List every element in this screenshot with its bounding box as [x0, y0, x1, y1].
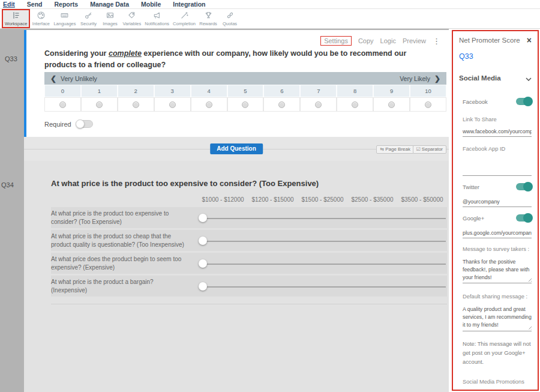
menu-integration[interactable]: Integration	[173, 1, 205, 8]
nps-number: 9	[373, 85, 410, 97]
toolbar-rewards[interactable]: Rewards	[197, 9, 219, 28]
menu-send[interactable]: Send	[27, 1, 43, 8]
toolbar-images[interactable]: Images	[100, 9, 121, 28]
toolbar-languages[interactable]: Languages	[52, 9, 77, 28]
nps-radio-cell	[81, 97, 118, 112]
chevron-left-icon[interactable]: ❮	[50, 74, 56, 83]
preview-button[interactable]: Preview	[403, 37, 426, 44]
price-slider[interactable]	[198, 209, 447, 227]
resize-grip-icon[interactable]	[527, 325, 532, 330]
question-divider-zone: Add Question ⇆Page Break ☑Separator	[24, 137, 449, 161]
toolbar-variables[interactable]: Variables	[121, 9, 143, 28]
toolbar-label: Workspace	[5, 21, 27, 26]
settings-button[interactable]: Settings	[320, 36, 352, 46]
toolbar-notifications[interactable]: Notifications	[143, 9, 171, 28]
twitter-label: Twitter	[463, 184, 479, 190]
price-slider[interactable]	[198, 255, 447, 273]
menu-mobile[interactable]: Mobile	[141, 1, 161, 8]
toolbar-quotas[interactable]: Quotas	[219, 9, 241, 28]
nps-number: 6	[263, 85, 300, 97]
toolbar-workspace[interactable]: Workspace	[2, 9, 30, 28]
question-card-q34: At what price is the product too expensi…	[24, 161, 449, 392]
radio-button[interactable]	[169, 101, 176, 108]
variables-icon	[127, 10, 137, 20]
security-icon	[83, 10, 94, 20]
radio-button[interactable]	[278, 101, 285, 108]
add-question-button[interactable]: Add Question	[210, 143, 263, 154]
separator-icon: ☑	[416, 146, 421, 152]
radio-button[interactable]	[425, 101, 431, 108]
workspace-icon	[11, 10, 21, 20]
slider-handle[interactable]	[199, 259, 207, 268]
radio-button[interactable]	[352, 101, 358, 108]
toolbar-label: Images	[103, 21, 118, 26]
radio-button[interactable]	[315, 101, 322, 108]
menu-edit[interactable]: Edit	[3, 1, 15, 8]
nps-left-label: Very Unlikely	[61, 75, 97, 82]
googleplus-note: Note: This message will not get post on …	[463, 340, 532, 367]
price-slider[interactable]	[198, 277, 447, 295]
googleplus-toggle[interactable]	[516, 214, 532, 222]
slider-row-label: At what price is the product so cheap th…	[51, 230, 198, 251]
question-text-part: Considering your	[44, 49, 109, 58]
toolbar-completion[interactable]: Completion	[171, 9, 197, 28]
nps-radio-row	[44, 97, 446, 112]
nps-radio-cell	[154, 97, 191, 112]
card-bottom-divider	[51, 304, 447, 304]
logic-button[interactable]: Logic	[380, 37, 396, 44]
nps-scale: ❮Very Unlikely Very Likely❯ 0 1 2 3 4 5 …	[44, 72, 446, 112]
googleplus-url-input[interactable]	[463, 230, 532, 238]
close-icon[interactable]: ×	[527, 36, 532, 44]
radio-button[interactable]	[242, 101, 248, 108]
nps-settings-panel: Net Promoter Score × Q33 Social Media Fa…	[452, 30, 539, 391]
facebook-toggle[interactable]	[516, 98, 532, 105]
question-text-q33[interactable]: Considering your complete experience wit…	[44, 48, 434, 71]
menu-manage-data[interactable]: Manage Data	[90, 1, 129, 8]
required-toggle[interactable]	[76, 120, 93, 128]
question-text-emphasis: complete	[109, 49, 142, 58]
toolbar-label: Notifications	[145, 21, 169, 26]
radio-button[interactable]	[133, 101, 139, 108]
facebook-app-id-input[interactable]	[463, 167, 532, 176]
radio-button[interactable]	[388, 101, 395, 108]
rewards-icon	[203, 10, 214, 20]
slider-handle[interactable]	[199, 282, 207, 291]
twitter-handle-input[interactable]	[463, 199, 532, 207]
nps-right-label: Very Likely	[400, 75, 430, 82]
toolbar-security[interactable]: Security	[78, 9, 100, 28]
question-card-q33: Settings Copy Logic Preview ⋮ Considerin…	[24, 30, 449, 137]
separator-button[interactable]: ☑Separator	[413, 145, 446, 154]
resize-grip-icon[interactable]	[527, 277, 532, 282]
toggle-knob	[523, 97, 533, 106]
toolbar-label: Variables	[123, 21, 142, 26]
social-media-section-header[interactable]: Social Media	[459, 73, 532, 83]
radio-button[interactable]	[59, 101, 66, 108]
more-options-icon[interactable]: ⋮	[433, 37, 440, 45]
link-to-share-label: Link To Share	[463, 116, 532, 124]
radio-button[interactable]	[96, 101, 103, 108]
twitter-toggle[interactable]	[516, 183, 532, 190]
default-sharing-message-label: Default sharing message :	[463, 293, 532, 301]
slider-track	[203, 218, 446, 219]
slider-track	[203, 241, 446, 242]
nps-radio-cell	[227, 97, 264, 112]
radio-button[interactable]	[206, 101, 212, 108]
slider-handle[interactable]	[199, 214, 207, 222]
price-slider[interactable]	[198, 232, 447, 250]
link-to-share-input[interactable]	[463, 128, 532, 137]
slider-handle[interactable]	[199, 237, 207, 245]
page-break-button[interactable]: ⇆Page Break	[376, 145, 414, 154]
panel-question-id[interactable]: Q33	[459, 52, 532, 61]
default-sharing-message-textarea[interactable]: A quality product and great services, I …	[463, 306, 532, 331]
copy-button[interactable]: Copy	[358, 37, 374, 44]
nps-number: 0	[44, 85, 81, 97]
question-text-q34[interactable]: At what price is the product too expensi…	[51, 179, 447, 188]
price-range-headers: $1000 - $12000 $1200 - $15000 $1500 - $2…	[198, 196, 447, 203]
nps-number: 4	[191, 85, 227, 97]
completion-icon	[179, 10, 190, 20]
toolbar-label: Interface	[32, 21, 50, 26]
message-to-survey-takers-textarea[interactable]: Thanks for the positive feedback!, pleas…	[463, 258, 532, 283]
chevron-right-icon[interactable]: ❯	[434, 74, 440, 83]
toolbar-interface[interactable]: Interface	[30, 9, 52, 28]
menu-reports[interactable]: Reports	[55, 1, 79, 8]
